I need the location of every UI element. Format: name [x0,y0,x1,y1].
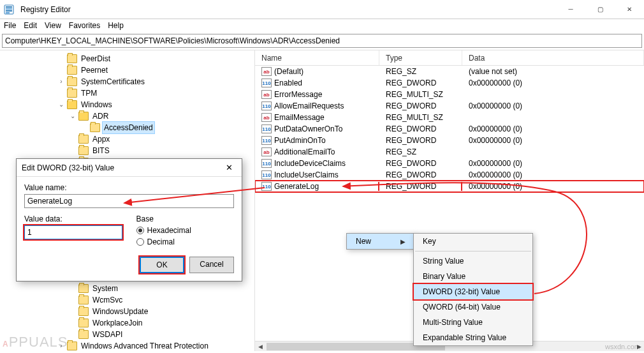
tree-label[interactable]: TPM [79,87,99,99]
titlebar: Registry Editor ─ ▢ ✕ [0,0,644,19]
tree-label[interactable]: WindowsUpdate [91,306,150,317]
col-name[interactable]: Name [255,50,379,65]
value-name: PutDataOwnerOnTo [274,124,342,133]
value-row[interactable]: abEmailMessageREG_MULTI_SZ [255,112,644,123]
tree-node[interactable]: WorkplaceJoin [0,317,254,329]
folder-icon [78,319,89,327]
svg-rect-2 [6,8,12,10]
value-type: REG_DWORD [379,170,462,179]
ctx-string[interactable]: String Value [414,253,532,269]
value-row[interactable]: 110PutDataOwnerOnToREG_DWORD0x00000000 (… [255,123,644,135]
edit-dword-dialog: Edit DWORD (32-bit) Value ✕ Value name: … [16,158,242,282]
value-row[interactable]: 110PutAdminOnToREG_DWORD0x00000000 (0) [255,135,644,146]
tree-node[interactable]: System [0,283,254,294]
value-row[interactable]: 110AllowEmailRequestsREG_DWORD0x00000000… [255,100,644,112]
dialog-close-button[interactable]: ✕ [222,161,237,174]
scroll-left-icon[interactable]: ◀ [255,342,265,352]
dialog-titlebar[interactable]: Edit DWORD (32-bit) Value ✕ [17,159,242,177]
tree-node[interactable]: PeerDist [0,53,254,64]
ctx-qword[interactable]: QWORD (64-bit) Value [414,299,532,315]
address-bar[interactable]: Computer\HKEY_LOCAL_MACHINE\SOFTWARE\Pol… [2,34,642,48]
col-data[interactable]: Data [462,50,644,65]
value-type: REG_DWORD [379,124,462,133]
value-data: 0x00000000 (0) [462,79,644,87]
tree-label[interactable]: BITS [91,145,112,156]
menu-help[interactable]: Help [108,21,124,30]
tree-label[interactable]: WorkplaceJoin [91,317,144,329]
tree-label[interactable]: PeerDist [79,53,112,64]
value-row[interactable]: abAdditionalEmailToREG_SZ [255,146,644,158]
value-data: 0x00000000 (0) [462,182,644,191]
tree-label[interactable]: Windows Advanced Threat Protection [79,340,210,351]
tree-node[interactable]: ⌄ADR [0,110,254,122]
chevron-down-icon[interactable]: ⌄ [69,110,77,122]
value-data-input[interactable] [24,225,122,239]
tree-label[interactable]: AccessDenied [102,121,155,134]
radio-dot-icon [136,227,144,234]
maximize-button[interactable]: ▢ [585,0,615,19]
folder-icon [78,146,89,155]
tree-label[interactable]: WcmSvc [91,294,124,306]
ok-button[interactable]: OK [140,257,184,273]
close-button[interactable]: ✕ [615,0,644,19]
string-value-icon: ab [261,90,272,99]
ctx-dword[interactable]: DWORD (32-bit) Value [414,284,532,299]
tree-label[interactable]: Windows [79,99,114,110]
tree-label[interactable]: ADR [91,110,110,122]
value-name: AllowEmailRequests [274,101,344,110]
cancel-button[interactable]: Cancel [189,257,234,273]
window-controls: ─ ▢ ✕ [556,0,644,19]
menu-file[interactable]: File [4,21,16,30]
tree-node[interactable]: WindowsUpdate [0,306,254,317]
radio-dot-icon [136,238,144,246]
minimize-button[interactable]: ─ [556,0,585,19]
tree-node[interactable]: ⌄Windows [0,99,254,110]
menu-favorites[interactable]: Favorites [69,21,100,30]
chevron-down-icon[interactable]: ⌄ [57,99,65,110]
tree-label[interactable]: Peernet [79,64,110,76]
string-value-icon: ab [261,67,272,76]
col-type[interactable]: Type [379,50,462,65]
tree-node[interactable]: ›SystemCertificates [0,76,254,87]
binary-value-icon: 110 [261,136,272,145]
menu-view[interactable]: View [45,21,61,30]
value-row[interactable]: 110EnabledREG_DWORD0x00000000 (0) [255,77,644,89]
value-data: (value not set) [462,67,644,76]
radio-hex[interactable]: Hexadecimal [136,226,235,235]
tree-node[interactable]: BITS [0,145,254,156]
tree-node[interactable]: AccessDenied [0,122,254,133]
ctx-new[interactable]: New▶ [347,234,414,249]
value-data: 0x00000000 (0) [462,159,644,168]
tree-label[interactable]: Appx [91,133,112,145]
ctx-key[interactable]: Key [414,234,532,249]
tree-node[interactable]: WcmSvc [0,294,254,306]
tree-node[interactable]: Peernet [0,64,254,76]
folder-icon [90,123,100,132]
value-name-input[interactable] [24,194,234,208]
chevron-right-icon: ▶ [400,238,406,245]
value-name: IncludeUserClaims [274,170,339,179]
folder-icon [67,66,77,75]
ctx-binary[interactable]: Binary Value [414,269,532,284]
tree-label[interactable]: WSDAPI [91,329,124,340]
tree-label[interactable]: SystemCertificates [79,76,147,87]
value-row[interactable]: 110IncludeUserClaimsREG_DWORD0x00000000 … [255,169,644,181]
value-row[interactable]: 110IncludeDeviceClaimsREG_DWORD0x0000000… [255,158,644,169]
value-name: Enabled [274,79,302,87]
tree-node[interactable]: TPM [0,87,254,99]
tree-label[interactable]: System [91,283,120,294]
value-row[interactable]: abErrorMessageREG_MULTI_SZ [255,89,644,100]
tree-node[interactable]: Appx [0,133,254,145]
menu-edit[interactable]: Edit [24,21,37,30]
radio-dec[interactable]: Decimal [136,237,235,246]
ctx-multistring[interactable]: Multi-String Value [414,315,532,330]
value-row[interactable]: ab(Default)REG_SZ(value not set) [255,66,644,77]
value-data: 0x00000000 (0) [462,124,644,133]
value-type: REG_DWORD [379,79,462,87]
ctx-expandstring[interactable]: Expandable String Value [414,330,532,345]
value-row[interactable]: 110GenerateLogREG_DWORD0x00000000 (0) [255,181,644,192]
value-type: REG_DWORD [379,101,462,110]
context-submenu: Key String Value Binary Value DWORD (32-… [413,233,533,346]
value-type: REG_MULTI_SZ [379,90,462,99]
chevron-right-icon[interactable]: › [57,76,65,87]
